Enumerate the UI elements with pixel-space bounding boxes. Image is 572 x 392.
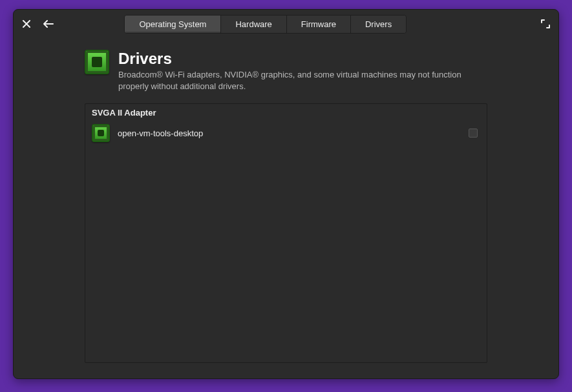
driver-label: open-vm-tools-desktop [118, 129, 461, 138]
titlebar-left [21, 19, 54, 29]
driver-row: open-vm-tools-desktop [85, 120, 487, 146]
titlebar-right [540, 19, 551, 29]
chip-icon [92, 124, 110, 142]
close-icon[interactable] [21, 19, 32, 29]
maximize-icon[interactable] [540, 19, 551, 29]
app-window: Operating System Hardware Firmware Drive… [13, 9, 559, 379]
tab-switcher: Operating System Hardware Firmware Drive… [124, 15, 407, 34]
tab-operating-system[interactable]: Operating System [125, 15, 221, 33]
page-header-text: Drivers Broadcom® Wi-Fi adapters, NVIDIA… [118, 50, 480, 92]
tab-drivers[interactable]: Drivers [351, 15, 406, 33]
drivers-panel: SVGA II Adapter open-vm-tools-desktop [85, 103, 487, 363]
page-title: Drivers [118, 50, 480, 68]
driver-checkbox[interactable] [469, 129, 478, 138]
driver-group-header: SVGA II Adapter [85, 104, 487, 120]
tab-firmware[interactable]: Firmware [287, 15, 351, 33]
page-header: Drivers Broadcom® Wi-Fi adapters, NVIDIA… [85, 50, 487, 92]
titlebar: Operating System Hardware Firmware Drive… [14, 10, 558, 38]
tab-hardware[interactable]: Hardware [221, 15, 286, 33]
back-icon[interactable] [43, 19, 54, 29]
content-area: Drivers Broadcom® Wi-Fi adapters, NVIDIA… [14, 38, 558, 378]
page-description: Broadcom® Wi-Fi adapters, NVIDIA® graphi… [118, 69, 480, 92]
chip-icon [85, 50, 109, 74]
